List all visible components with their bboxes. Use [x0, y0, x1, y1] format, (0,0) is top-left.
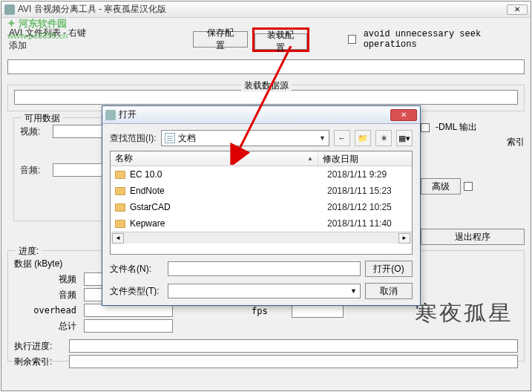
avoid-seek-checkbox[interactable]	[348, 35, 356, 44]
available-legend: 可用数据	[22, 112, 63, 125]
close-icon: ✕	[401, 111, 407, 119]
look-in-combo[interactable]: 文档 ▼	[161, 130, 329, 146]
progress-legend: 进度:	[16, 245, 42, 258]
filename-label: 文件名(N):	[110, 263, 163, 275]
adv-checkbox[interactable]	[464, 182, 473, 191]
fps-label: fps	[252, 306, 289, 316]
dialog-title: 打开	[119, 108, 390, 121]
file-list-input[interactable]	[7, 59, 525, 74]
overhead-label: overhead	[14, 305, 81, 316]
exit-button[interactable]: 退出程序	[421, 229, 525, 245]
avoid-seek-label: avoid unnecessary seek operations	[364, 29, 523, 50]
exec-prog-input[interactable]	[69, 339, 518, 353]
file-date: 2018/1/12 10:25	[327, 202, 392, 212]
up-folder-button[interactable]: 📁	[355, 130, 371, 146]
file-row[interactable]: EndNote2018/1/11 15:23	[111, 183, 412, 199]
cancel-button[interactable]: 取消	[365, 283, 413, 299]
file-name: EC 10.0	[130, 169, 327, 180]
file-name: EndNote	[130, 186, 327, 196]
load-config-highlight: 装载配置	[252, 27, 309, 52]
look-in-value: 文档	[178, 132, 196, 145]
dialog-titlebar: 打开 ✕	[102, 106, 420, 124]
pa-label: 音频	[14, 289, 81, 301]
app-icon	[4, 4, 15, 15]
advanced-button[interactable]: 高级	[421, 178, 461, 195]
file-date: 2018/1/11 15:23	[327, 186, 392, 196]
window-close-button[interactable]: ✕	[507, 4, 528, 15]
file-date: 2018/1/11 9:29	[327, 169, 387, 180]
dml-label: -DML 输出	[436, 121, 477, 134]
remain-idx-label: 剩余索引:	[14, 356, 66, 368]
documents-icon	[165, 133, 175, 143]
file-name: Kepware	[130, 218, 327, 229]
titlebar: AVI 音视频分离工具 - 寒夜孤星汉化版 ✕	[1, 1, 531, 18]
scroll-left-button[interactable]: ◄	[112, 233, 124, 244]
data-kb-label: 数据 (kByte)	[14, 258, 81, 270]
remain-idx-input[interactable]	[69, 355, 518, 368]
file-name: GstarCAD	[130, 202, 327, 212]
sort-asc-icon: ▲	[307, 155, 313, 162]
index-label: 索引	[507, 136, 525, 148]
close-icon: ✕	[514, 5, 520, 13]
file-list-label: AVI 文件列表 - 右键添加	[9, 27, 95, 52]
audio-label: 音频:	[20, 164, 50, 177]
dml-checkbox[interactable]	[421, 123, 430, 132]
pv-label: 视频	[14, 273, 81, 286]
total-input[interactable]	[84, 319, 173, 333]
save-config-button[interactable]: 保存配置	[193, 31, 248, 48]
video-label: 视频:	[20, 125, 50, 138]
scroll-right-button[interactable]: ►	[398, 233, 410, 244]
datasource-legend: 装载数据源	[241, 79, 292, 92]
open-dialog: 打开 ✕ 查找范围(I): 文档 ▼ ← 📁 ✳ ▦▾ 名称▲ 修改日期	[102, 105, 421, 306]
file-date: 2018/1/11 11:40	[327, 218, 392, 229]
new-folder-button[interactable]: ✳	[375, 130, 392, 146]
folder-icon	[115, 203, 125, 212]
chevron-down-icon: ▼	[350, 287, 357, 295]
fps-input[interactable]	[292, 304, 344, 318]
filename-input[interactable]	[168, 261, 361, 276]
back-button[interactable]: ←	[334, 130, 350, 146]
load-config-button[interactable]: 装载配置	[254, 33, 307, 50]
main-window: AVI 音视频分离工具 - 寒夜孤星汉化版 ✕ ✦ 河东软件园 www.pc03…	[1, 1, 531, 391]
window-title: AVI 音视频分离工具 - 寒夜孤星汉化版	[18, 3, 507, 16]
filetype-combo[interactable]: ▼	[168, 284, 361, 298]
folder-icon	[115, 220, 125, 228]
dialog-icon	[105, 110, 116, 120]
dialog-close-button[interactable]: ✕	[390, 109, 417, 121]
file-list[interactable]: 名称▲ 修改日期 EC 10.02018/1/11 9:29EndNote201…	[110, 151, 413, 255]
toolbar: AVI 文件列表 - 右键添加 保存配置 装载配置 avoid unnecess…	[1, 18, 531, 56]
view-menu-button[interactable]: ▦▾	[396, 130, 413, 146]
col-name-header[interactable]: 名称▲	[111, 151, 318, 166]
file-list-header: 名称▲ 修改日期	[111, 151, 412, 166]
file-row[interactable]: GstarCAD2018/1/12 10:25	[111, 199, 412, 215]
col-date-header[interactable]: 修改日期	[318, 151, 412, 166]
file-row[interactable]: EC 10.02018/1/11 9:29	[111, 166, 412, 183]
open-button[interactable]: 打开(O)	[365, 261, 413, 277]
chevron-down-icon: ▼	[319, 134, 326, 142]
h-scrollbar[interactable]: ◄ ►	[111, 232, 412, 244]
total-label: 总计	[14, 320, 81, 333]
filetype-label: 文件类型(T):	[110, 285, 163, 298]
folder-icon	[115, 171, 125, 179]
folder-icon	[115, 187, 125, 195]
look-in-label: 查找范围(I):	[110, 132, 157, 145]
datasource-input[interactable]	[14, 90, 518, 105]
exec-prog-label: 执行进度:	[14, 340, 66, 353]
file-row[interactable]: Kepware2018/1/11 11:40	[111, 215, 412, 232]
